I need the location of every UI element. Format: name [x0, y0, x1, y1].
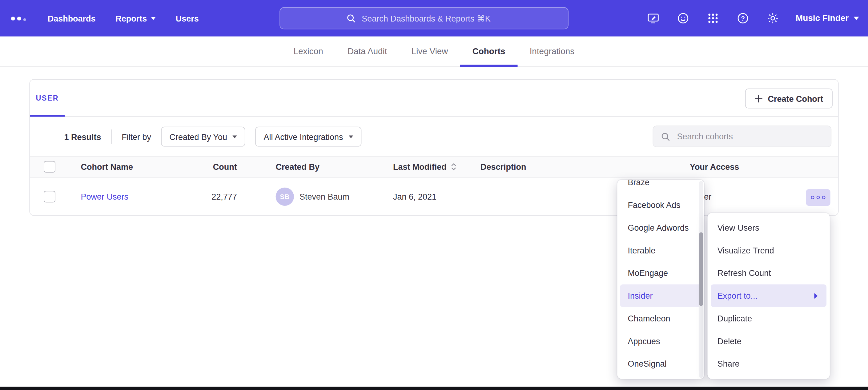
create-cohort-label: Create Cohort [768, 94, 823, 103]
menu-item-onesignal[interactable]: OneSignal [620, 353, 701, 375]
help-button[interactable]: ? [736, 11, 750, 26]
select-all-checkbox[interactable] [44, 161, 55, 172]
row-actions-button[interactable] [806, 189, 831, 206]
integrations-filter-dropdown[interactable]: All Active Integrations [255, 127, 361, 147]
cohort-context-menu: View Users Visualize Trend Refresh Count… [707, 213, 830, 379]
filter-value: All Active Integrations [264, 132, 343, 141]
nav-item-label: Users [176, 13, 199, 23]
tab-lexicon[interactable]: Lexicon [281, 37, 335, 66]
nav-item-dashboards[interactable]: Dashboards [48, 13, 96, 23]
ellipsis-icon [816, 196, 820, 199]
menu-item-facebook-ads[interactable]: Facebook Ads [620, 193, 701, 216]
row-checkbox[interactable] [44, 191, 55, 202]
cohort-search-input[interactable] [676, 131, 824, 141]
user-tab-label: USER [36, 94, 59, 102]
menu-item-label: Appcues [628, 336, 660, 346]
menu-item-label: Visualize Trend [717, 246, 774, 255]
grid-dots-icon [707, 12, 720, 25]
search-icon [346, 13, 355, 23]
menu-item-label: Iterable [628, 246, 655, 255]
header-cohort-name: Cohort Name [81, 157, 133, 177]
menu-item-label: OneSignal [628, 359, 666, 368]
header-last-modified[interactable]: Last Modified [393, 157, 457, 177]
header-count: Count [196, 157, 237, 177]
table-header: Cohort Name Count Created By Last Modifi… [30, 156, 838, 177]
screen-pencil-icon [647, 12, 660, 25]
gear-icon [767, 12, 780, 25]
menu-item-share[interactable]: Share [711, 353, 827, 375]
sort-icon[interactable] [450, 158, 457, 178]
section-tabs: Lexicon Data Audit Live View Cohorts Int… [0, 37, 868, 67]
export-destination-list: Braze Facebook Ads Google Adwords Iterab… [617, 180, 704, 379]
chevron-down-icon [349, 135, 353, 138]
header-description: Description [480, 157, 526, 177]
tab-live-view[interactable]: Live View [399, 37, 460, 66]
global-search-bar[interactable] [279, 7, 568, 29]
menu-item-label: View Users [717, 223, 760, 232]
search-icon [660, 131, 671, 141]
menu-item-view-users[interactable]: View Users [711, 216, 827, 239]
menu-item-moengage[interactable]: MoEngage [620, 262, 701, 285]
logo-dot [11, 16, 15, 20]
mixpanel-logo[interactable] [11, 0, 26, 37]
cohort-search-bar[interactable] [653, 126, 831, 147]
apps-grid-button[interactable] [706, 11, 720, 26]
project-switcher[interactable]: Music Finder [796, 13, 859, 23]
top-navbar: Dashboards Reports Users [0, 0, 868, 37]
scrollbar-thumb[interactable] [699, 232, 703, 306]
tab-label: Live View [411, 46, 448, 56]
menu-item-export-to[interactable]: Export to... [711, 284, 827, 307]
logo-dot [23, 18, 26, 21]
tab-integrations[interactable]: Integrations [518, 37, 587, 66]
export-destination-submenu: Braze Facebook Ads Google Adwords Iterab… [617, 180, 704, 379]
results-count: 1 Results [64, 132, 101, 141]
menu-item-label: Duplicate [717, 314, 752, 323]
chevron-down-icon [233, 135, 237, 138]
menu-item-iterable[interactable]: Iterable [620, 239, 701, 262]
menu-item-label: Refresh Count [717, 268, 771, 278]
nav-item-reports[interactable]: Reports [116, 13, 156, 23]
menu-item-chameleon[interactable]: Chameleon [620, 307, 701, 330]
menu-item-duplicate[interactable]: Duplicate [711, 307, 827, 330]
tab-label: Lexicon [293, 46, 323, 56]
menu-item-appcues[interactable]: Appcues [620, 330, 701, 353]
menu-item-visualize-trend[interactable]: Visualize Trend [711, 239, 827, 262]
create-cohort-button[interactable]: Create Cohort [745, 89, 833, 108]
menu-item-google-adwords[interactable]: Google Adwords [620, 216, 701, 239]
ellipsis-icon [822, 196, 826, 199]
cohort-count: 22,777 [185, 177, 237, 216]
nav-item-label: Reports [116, 13, 147, 23]
smiley-icon [677, 12, 690, 25]
menu-item-delete[interactable]: Delete [711, 330, 827, 353]
logo-dot [17, 16, 21, 20]
chevron-down-icon [151, 17, 156, 20]
header-created-by: Created By [276, 157, 319, 177]
menu-item-braze[interactable]: Braze [620, 180, 701, 194]
menu-item-label: MoEngage [628, 268, 668, 278]
feedback-button[interactable] [676, 11, 691, 26]
settings-button[interactable] [766, 11, 780, 26]
header-label: Last Modified [393, 162, 446, 172]
filter-by-label: Filter by [122, 132, 151, 141]
nav-item-users[interactable]: Users [176, 13, 199, 23]
avatar: SB [276, 188, 294, 206]
last-modified-date: Jan 6, 2021 [393, 177, 436, 216]
created-by-filter-dropdown[interactable]: Created By You [161, 127, 245, 147]
menu-item-label: Braze [628, 180, 649, 187]
menu-item-label: Chameleon [628, 314, 670, 323]
global-search-input[interactable] [361, 13, 502, 23]
table-row: Power Users 22,777 SB Steven Baum Jan 6,… [30, 177, 838, 216]
changelog-button[interactable] [646, 11, 661, 26]
menu-item-insider[interactable]: Insider [620, 284, 701, 307]
menu-item-refresh-count[interactable]: Refresh Count [711, 262, 827, 285]
divider [30, 116, 838, 117]
tab-data-audit[interactable]: Data Audit [335, 37, 399, 66]
created-by-name: Steven Baum [300, 177, 349, 216]
tab-user-cohorts[interactable]: USER [30, 80, 65, 117]
menu-item-label: Google Adwords [628, 223, 688, 232]
ellipsis-icon [811, 196, 814, 199]
tab-cohorts[interactable]: Cohorts [460, 37, 518, 66]
header-your-access: Your Access [690, 157, 739, 177]
tab-label: Integrations [530, 46, 575, 56]
cohort-name-link[interactable]: Power Users [81, 177, 128, 216]
